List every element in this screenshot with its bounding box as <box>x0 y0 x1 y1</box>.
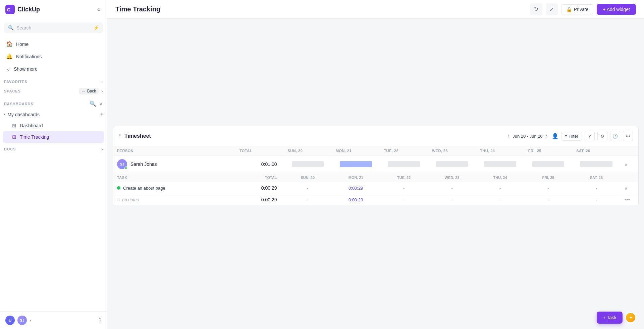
help-button[interactable]: ? <box>99 317 102 323</box>
task-collapse[interactable]: ∧ <box>621 182 638 194</box>
tue-bar <box>388 161 420 167</box>
top-bar-actions: ↻ ⤢ 🔒 Private + Add widget <box>530 3 636 15</box>
th-task-total: TOTAL <box>235 173 283 183</box>
collapse-sidebar-button[interactable]: « <box>96 5 102 14</box>
docs-chevron[interactable]: › <box>101 146 103 152</box>
th-thu: THU, 24 <box>476 146 524 156</box>
th-task-thu: THU, 24 <box>476 173 524 183</box>
person-collapse[interactable]: ∧ <box>621 156 638 173</box>
date-next-button[interactable]: › <box>545 133 549 139</box>
person-thu <box>476 156 524 173</box>
th-wed: WED, 23 <box>428 146 476 156</box>
person-sun <box>284 156 332 173</box>
back-button[interactable]: ← Back <box>79 88 99 94</box>
filter-label: Filter <box>569 134 578 139</box>
dashboards-section: DASHBOARDS 🔍 ∨ <box>0 97 107 109</box>
refresh-button[interactable]: ↻ <box>530 3 542 15</box>
sidebar-item-show-more[interactable]: ⌄ Show more <box>3 63 104 75</box>
settings-button[interactable]: ⚙ <box>597 131 607 141</box>
sidebar-item-dashboard[interactable]: ⊞ Dashboard <box>3 120 104 131</box>
avatar-group[interactable]: ✦ <box>625 312 636 323</box>
more-options-icon[interactable]: ••• <box>625 197 630 202</box>
notes-sun: - <box>284 194 332 206</box>
mon-bar <box>340 161 372 167</box>
sidebar-item-label: Show more <box>14 66 38 72</box>
add-dashboard-button[interactable]: + <box>99 111 103 118</box>
sidebar-item-notifications[interactable]: 🔔 Notifications <box>3 50 104 63</box>
task-tue: - <box>380 182 428 194</box>
sidebar-nav: 🏠 Home 🔔 Notifications ⌄ Show more <box>0 37 107 76</box>
timesheet-table: PERSON TOTAL SUN, 20 MON, 21 TUE, 22 WED… <box>113 146 638 206</box>
notes-cell: ◇ no notes <box>113 194 235 206</box>
drag-handle[interactable]: ⠿ <box>118 133 122 139</box>
sidebar-item-time-tracking[interactable]: ⊞ Time Tracking <box>3 131 104 143</box>
filter-button[interactable]: ≡ Filter <box>561 132 582 141</box>
gear-icon: ⚙ <box>600 134 604 139</box>
more-options-button[interactable]: ••• <box>623 131 633 141</box>
lightning-icon: ⚡ <box>93 25 99 30</box>
search-placeholder: Search <box>16 25 31 30</box>
person-sat <box>572 156 620 173</box>
notes-text: no notes <box>122 197 139 202</box>
logo-icon: C <box>5 5 15 14</box>
th-task-sat: SAT, 26 <box>572 173 620 183</box>
home-icon: 🏠 <box>6 41 13 47</box>
sidebar: C ClickUp « 🔍 Search ⚡ 🏠 Home 🔔 Notifica… <box>0 0 107 329</box>
timesheet-widget: ⠿ Timesheet ‹ Jun 20 - Jun 26 › 👤 ≡ Filt… <box>113 126 639 206</box>
add-widget-button[interactable]: + Add widget <box>597 4 636 15</box>
th-task-fri: FRI, 25 <box>524 173 572 183</box>
clock-button[interactable]: 🕐 <box>610 131 620 141</box>
user-area[interactable]: U SJ ▾ <box>5 316 31 325</box>
person-row: SJ Sarah Jonas 0:01:00 <box>113 156 638 173</box>
task-name[interactable]: Create an about page <box>123 186 165 191</box>
notes-more[interactable]: ••• <box>621 194 638 206</box>
svg-text:C: C <box>7 7 10 12</box>
search-bar[interactable]: 🔍 Search ⚡ <box>4 22 103 33</box>
sidebar-item-home[interactable]: 🏠 Home <box>3 38 104 50</box>
notes-sat: - <box>572 194 620 206</box>
sidebar-header: C ClickUp « <box>0 0 107 19</box>
task-mon: 0:00:29 <box>332 182 380 194</box>
fullscreen-button[interactable]: ⤢ <box>585 131 595 141</box>
user-menu-chevron: ▾ <box>30 319 31 322</box>
task-collapse-icon[interactable]: ∧ <box>625 186 628 191</box>
online-indicator <box>124 167 127 170</box>
notes-thu: - <box>476 194 524 206</box>
notes-fri: - <box>524 194 572 206</box>
person-filter-icon[interactable]: 👤 <box>552 133 558 139</box>
fri-bar <box>532 161 565 167</box>
avatar-mini: ✦ <box>625 312 636 323</box>
date-range-label: Jun 20 - Jun 26 <box>513 134 543 139</box>
sidebar-item-label: Time Tracking <box>20 134 49 140</box>
sidebar-item-label: Notifications <box>16 54 42 59</box>
task-row: Create an about page 0:00:29 - 0:00:29 -… <box>113 182 638 194</box>
favorites-chevron[interactable]: › <box>101 80 103 84</box>
collapse-icon[interactable]: ∧ <box>625 162 628 167</box>
search-dashboards-icon[interactable]: 🔍 <box>90 101 96 107</box>
widget-header: ⠿ Timesheet ‹ Jun 20 - Jun 26 › 👤 ≡ Filt… <box>113 126 638 146</box>
person-fri <box>524 156 572 173</box>
empty-dashboard-area <box>107 19 644 126</box>
private-label: Private <box>574 7 589 12</box>
spaces-chevron[interactable]: › <box>101 88 103 94</box>
my-dashboards-row[interactable]: • My dashboards + <box>0 109 107 120</box>
person-cell: SJ Sarah Jonas <box>113 156 235 173</box>
app-name: ClickUp <box>17 6 40 13</box>
favorites-section: FAVORITES › <box>0 76 107 85</box>
expand-button[interactable]: ⤢ <box>546 3 558 15</box>
avatar-sj: SJ <box>17 316 27 325</box>
notes-total: 0:00:29 <box>235 194 283 206</box>
th-task-wed: WED, 23 <box>428 173 476 183</box>
date-prev-button[interactable]: ‹ <box>506 133 511 139</box>
notes-icon: ◇ <box>117 197 120 202</box>
sidebar-item-label: Home <box>16 42 29 47</box>
th-actions <box>621 146 638 156</box>
th-sat: SAT, 26 <box>572 146 620 156</box>
add-task-button[interactable]: + Task <box>597 312 623 324</box>
chevron-down-icon: ⌄ <box>6 66 10 72</box>
collapse-dashboards-icon[interactable]: ∨ <box>99 101 103 107</box>
th-mon: MON, 21 <box>332 146 380 156</box>
filter-icon: ≡ <box>565 134 568 139</box>
spaces-section: SPACES ← Back › <box>0 85 107 97</box>
private-button[interactable]: 🔒 Private <box>561 4 594 14</box>
